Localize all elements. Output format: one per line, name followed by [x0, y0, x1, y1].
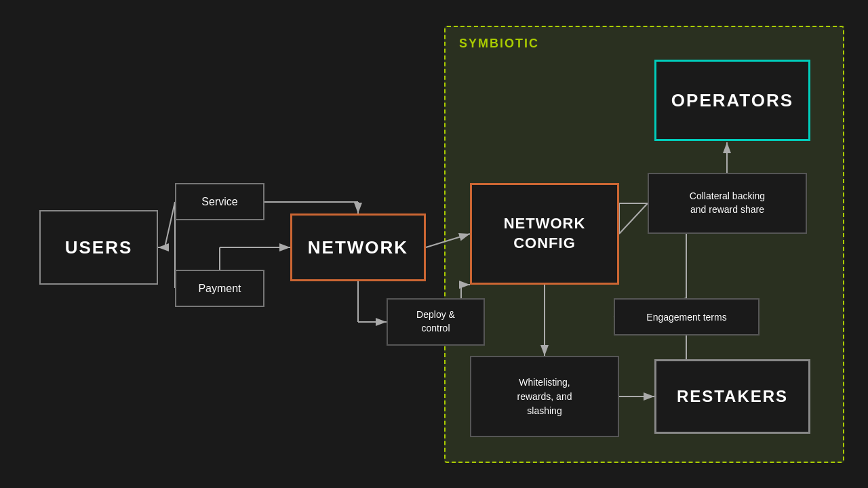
restakers-box: RESTAKERS	[654, 359, 810, 434]
network-label: NETWORK	[308, 237, 408, 258]
service-label: Service	[201, 196, 237, 208]
symbiotic-label: SYMBIOTIC	[459, 37, 539, 51]
users-box: USERS	[39, 210, 158, 285]
service-box: Service	[175, 183, 264, 220]
whitelisting-box: Whitelisting,rewards, andslashing	[470, 356, 619, 437]
service-to-users-line	[165, 202, 175, 247]
network-box: NETWORK	[290, 214, 426, 281]
restakers-label: RESTAKERS	[677, 387, 788, 406]
payment-box: Payment	[175, 270, 264, 307]
engagement-label: Engagement terms	[646, 312, 726, 323]
payment-label: Payment	[198, 283, 241, 295]
collateral-label: Collateral backingand reward share	[690, 190, 765, 216]
deploy-label: Deploy &control	[416, 308, 455, 335]
engagement-box: Engagement terms	[614, 298, 760, 336]
collateral-box: Collateral backingand reward share	[648, 173, 807, 234]
operators-box: OPERATORS	[654, 60, 810, 141]
network-config-label: NETWORKCONFIG	[504, 214, 586, 253]
diagram: SYMBIOTIC	[0, 0, 868, 488]
users-label: USERS	[65, 237, 133, 258]
whitelisting-label: Whitelisting,rewards, andslashing	[517, 375, 572, 418]
deploy-box: Deploy &control	[387, 298, 485, 346]
network-config-box: NETWORKCONFIG	[470, 183, 619, 285]
operators-label: OPERATORS	[671, 90, 793, 111]
